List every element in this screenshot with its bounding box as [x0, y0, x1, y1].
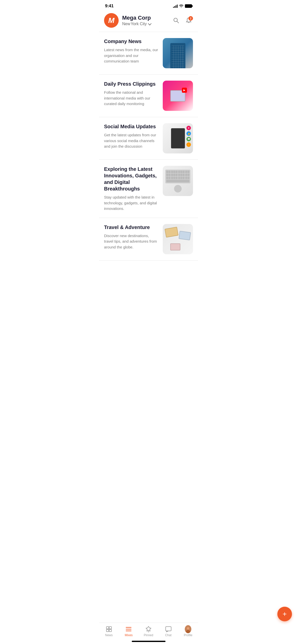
like-float-icon: 👍	[186, 131, 191, 136]
status-bar: 9:41	[99, 0, 198, 11]
news-desc-tech: Stay updated with the latest in technolo…	[104, 195, 159, 212]
news-image-tech	[163, 166, 193, 196]
notification-badge: 2	[188, 16, 193, 21]
news-title-social-media: Social Media Updates	[104, 123, 159, 130]
news-title-travel: Travel & Adventure	[104, 224, 159, 231]
news-content-social-media: Social Media Updates Get the latest upda…	[104, 123, 159, 149]
news-item-company-news[interactable]: Company News Latest news from the media,…	[99, 32, 198, 75]
tech-image-content	[165, 170, 190, 192]
heart-float-icon: ♥	[186, 126, 191, 130]
news-content-company-news: Company News Latest news from the media,…	[104, 38, 159, 64]
battery-icon	[185, 4, 192, 8]
header: M Mega Corp New York City 2	[99, 11, 198, 32]
news-desc-daily-press: Follow the national and international me…	[104, 90, 159, 107]
status-icons	[173, 4, 192, 8]
location-text-2: York City	[131, 22, 147, 26]
message-float-icon: 💬	[186, 137, 191, 141]
mouse-visual	[174, 185, 182, 192]
media-inner-icon	[170, 90, 185, 102]
news-image-travel	[163, 224, 193, 254]
company-info: Mega Corp New York City	[122, 15, 168, 26]
location-text-1: New	[122, 22, 130, 26]
news-desc-social-media: Get the latest updates from our various …	[104, 132, 159, 149]
news-image-social-media: ♥ 👍 💬 ↑	[163, 123, 193, 153]
status-time: 9:41	[105, 4, 114, 9]
logo-letter: M	[108, 16, 115, 25]
news-item-daily-press[interactable]: Daily Press Clippings Follow the nationa…	[99, 75, 198, 117]
stamp2-icon	[179, 231, 191, 240]
news-content-daily-press: Daily Press Clippings Follow the nationa…	[104, 81, 159, 107]
stamp1-icon	[164, 227, 178, 237]
news-title-daily-press: Daily Press Clippings	[104, 81, 159, 87]
search-button[interactable]	[172, 16, 180, 25]
news-title-company-news: Company News	[104, 38, 159, 45]
news-desc-travel: Discover new destinations, travel tips, …	[104, 233, 159, 250]
news-content-tech: Exploring the Latest Innovations, Gadget…	[104, 166, 159, 212]
svg-line-1	[177, 21, 179, 23]
news-item-travel[interactable]: Travel & Adventure Discover new destinat…	[99, 218, 198, 261]
company-name: Mega Corp	[122, 15, 168, 21]
notification-button[interactable]: 2	[184, 16, 193, 25]
news-content-travel: Travel & Adventure Discover new destinat…	[104, 224, 159, 250]
search-icon	[173, 17, 179, 24]
news-item-tech[interactable]: Exploring the Latest Innovations, Gadget…	[99, 160, 198, 218]
social-person-icon	[171, 128, 185, 148]
news-desc-company-news: Latest news from the media, our organisa…	[104, 47, 159, 64]
share-float-icon: ↑	[186, 142, 191, 147]
social-floating-icons: ♥ 👍 💬 ↑	[186, 126, 191, 147]
header-actions: 2	[172, 16, 193, 25]
news-title-tech: Exploring the Latest Innovations, Gadget…	[104, 166, 159, 192]
company-logo[interactable]: M	[104, 13, 119, 28]
stamp3-icon	[170, 243, 180, 250]
location-row[interactable]: New York City	[122, 22, 168, 26]
keyboard-visual	[165, 170, 190, 183]
location-chevron-icon	[148, 22, 152, 25]
signal-icon	[173, 4, 178, 8]
news-item-social-media[interactable]: Social Media Updates Get the latest upda…	[99, 117, 198, 160]
wifi-icon	[179, 5, 183, 8]
news-list: Company News Latest news from the media,…	[99, 32, 198, 261]
news-image-company-news	[163, 38, 193, 68]
news-image-daily-press	[163, 81, 193, 111]
